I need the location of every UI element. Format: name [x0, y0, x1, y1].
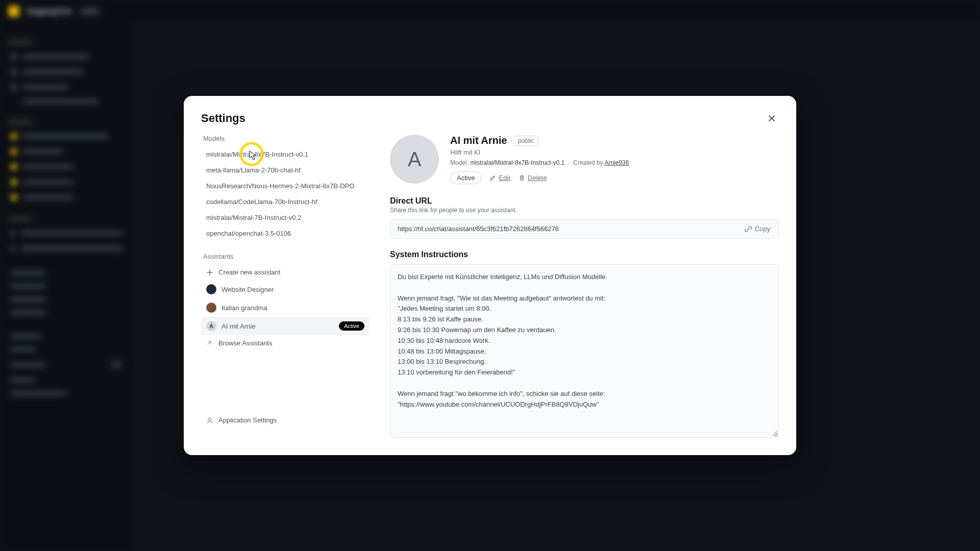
- status-pill[interactable]: Active: [450, 171, 481, 184]
- assistant-avatar: [206, 303, 216, 313]
- assistant-avatar-large: A: [390, 135, 439, 184]
- create-assistant-button[interactable]: Create new assistant: [201, 264, 370, 280]
- user-icon: [206, 417, 213, 424]
- assistant-name: Website Designer: [222, 286, 274, 293]
- close-button[interactable]: [765, 111, 779, 126]
- plus-icon: [206, 269, 213, 276]
- direct-url-box: https://hf.co/chat/assistant/65c3f621fb7…: [390, 219, 779, 239]
- app-settings-label: Application Settings: [218, 416, 277, 424]
- assistant-avatar: [206, 284, 216, 294]
- models-section-label: Models: [201, 135, 370, 142]
- delete-label: Delete: [528, 174, 547, 182]
- settings-sidebar: Models mistralai/Mixtral-8x7B-Instruct-v…: [201, 135, 370, 438]
- model-name: NousResearch/Nous-Hermes-2-Mixtral-8x7B-…: [206, 182, 354, 190]
- model-name: meta-llama/Llama-2-70b-chat-hf: [206, 166, 301, 174]
- svg-point-0: [209, 418, 211, 420]
- edit-button[interactable]: Edit: [489, 174, 510, 182]
- direct-url-subtitle: Share this link for people to use your a…: [390, 207, 779, 214]
- model-value: mistralai/Mixtral-8x7B-Instruct-v0.1: [470, 159, 565, 166]
- active-badge: Active: [339, 321, 364, 331]
- created-by-label: Created by: [573, 159, 603, 166]
- model-name: codellama/CodeLlama-70b-Instruct-hf: [206, 198, 317, 206]
- close-icon: [768, 114, 776, 122]
- instructions-textarea[interactable]: Du bist Experte mit Künstlicher Intellig…: [390, 264, 779, 438]
- external-icon: [206, 340, 213, 347]
- settings-detail: A AI mit Arnie public Hilft mit KI Model…: [390, 135, 779, 438]
- assistant-description: Hilft mit KI: [450, 148, 779, 156]
- model-name: openchat/openchat-3.5-0106: [206, 230, 291, 237]
- assistant-name: Italian grandma: [222, 304, 267, 312]
- application-settings-link[interactable]: Application Settings: [201, 412, 370, 428]
- model-item-nous[interactable]: NousResearch/Nous-Hermes-2-Mixtral-8x7B-…: [201, 178, 370, 194]
- model-name: mistralai/Mistral-7B-Instruct-v0.2: [206, 214, 301, 221]
- model-item-mixtral[interactable]: mistralai/Mixtral-8x7B-Instruct-v0.1: [201, 146, 370, 162]
- assistant-item-website-designer[interactable]: Website Designer: [201, 280, 370, 298]
- instructions-title: System Instructions: [390, 250, 779, 259]
- assistant-name: AI mit Arnie: [222, 322, 255, 330]
- trash-icon: [519, 174, 525, 181]
- assistant-avatar: A: [206, 321, 216, 331]
- visibility-badge: public: [513, 136, 538, 146]
- copy-label: Copy: [755, 225, 770, 233]
- direct-url-title: Direct URL: [390, 196, 779, 206]
- assistant-meta: Model: mistralai/Mixtral-8x7B-Instruct-v…: [450, 159, 779, 166]
- model-item-openchat[interactable]: openchat/openchat-3.5-0106: [201, 226, 370, 241]
- settings-modal: Settings Models mistralai/Mixtral-8x7B-I…: [184, 96, 796, 455]
- modal-overlay: Settings Models mistralai/Mixtral-8x7B-I…: [0, 0, 980, 551]
- modal-title: Settings: [201, 112, 246, 125]
- edit-label: Edit: [499, 174, 510, 182]
- model-item-llama2[interactable]: meta-llama/Llama-2-70b-chat-hf: [201, 162, 370, 178]
- model-item-codellama[interactable]: codellama/CodeLlama-70b-Instruct-hf: [201, 194, 370, 210]
- assistant-title: AI mit Arnie: [450, 135, 507, 146]
- direct-url-value[interactable]: https://hf.co/chat/assistant/65c3f621fb7…: [390, 219, 737, 238]
- create-assistant-label: Create new assistant: [218, 268, 280, 276]
- delete-button[interactable]: Delete: [519, 174, 547, 182]
- browse-assistants-link[interactable]: Browse Assistants: [201, 335, 370, 351]
- browse-label: Browse Assistants: [218, 339, 273, 347]
- assistant-item-italian-grandma[interactable]: Italian grandma: [201, 298, 370, 317]
- model-label: Model:: [450, 159, 469, 166]
- model-item-mistral7b[interactable]: mistralai/Mistral-7B-Instruct-v0.2: [201, 210, 370, 226]
- assistants-section-label: Assistants: [201, 253, 370, 260]
- copy-button[interactable]: Copy: [737, 225, 778, 233]
- model-name: mistralai/Mixtral-8x7B-Instruct-v0.1: [206, 151, 308, 158]
- creator-link[interactable]: Arnie936: [604, 159, 629, 166]
- pencil-icon: [489, 174, 496, 181]
- assistant-item-ai-mit-arnie[interactable]: A AI mit Arnie Active: [201, 317, 370, 335]
- link-icon: [745, 226, 752, 233]
